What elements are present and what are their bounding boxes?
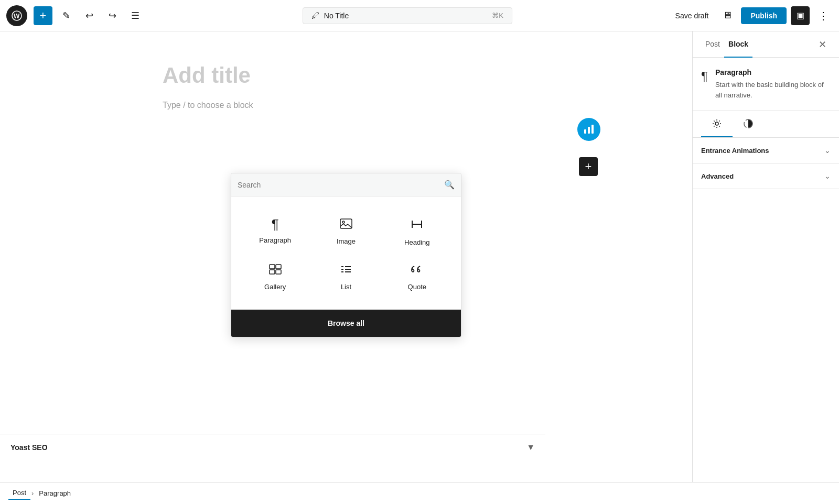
paragraph-icon: ¶	[272, 217, 279, 231]
preview-icon: 🖥	[723, 10, 732, 21]
block-label-paragraph: Paragraph	[259, 236, 291, 244]
keyboard-shortcut: ⌘K	[492, 12, 503, 19]
right-sidebar: Post Block ✕ ¶ Paragraph Start with the …	[692, 31, 839, 482]
yoast-seo-label: Yoast SEO	[10, 443, 48, 452]
block-info-icon: ¶	[701, 69, 708, 84]
block-info-description: Start with the basic building block of a…	[715, 80, 831, 100]
close-sidebar-button[interactable]: ✕	[814, 31, 831, 57]
svg-rect-7	[270, 265, 275, 269]
toolbar-center: 🖊 No Title ⌘K	[149, 7, 666, 24]
breadcrumb-post[interactable]: Post	[8, 487, 30, 500]
undo-button[interactable]: ↩	[80, 6, 99, 25]
quote-icon	[410, 263, 424, 278]
search-icon: 🔍	[444, 180, 455, 190]
block-search-bar: 🔍	[231, 173, 461, 196]
more-options-button[interactable]: ⋮	[814, 6, 833, 25]
editor-title-bar[interactable]: 🖊 No Title ⌘K	[303, 7, 512, 24]
block-item-image[interactable]: Image	[310, 209, 381, 255]
toggle-sidebar-button[interactable]: ▣	[791, 6, 810, 25]
block-grid: ¶ Paragraph Image	[231, 196, 461, 310]
svg-rect-4	[591, 125, 594, 134]
entrance-animations-section: Entrance Animations ⌄	[693, 138, 839, 163]
block-info-name: Paragraph	[715, 68, 831, 76]
block-item-gallery[interactable]: Gallery	[240, 255, 310, 299]
yoast-seo-bar[interactable]: Yoast SEO ▼	[0, 434, 545, 460]
post-title-input[interactable]: Add title	[163, 63, 530, 88]
sidebar-tabs: Post Block ✕	[693, 31, 839, 58]
list-view-icon: ☰	[131, 10, 139, 21]
entrance-animations-title: Entrance Animations	[701, 147, 769, 155]
advanced-section: Advanced ⌄	[693, 163, 839, 189]
image-icon	[339, 217, 353, 232]
sidebar-toggle-icon: ▣	[797, 10, 804, 20]
browse-all-button[interactable]: Browse all	[231, 310, 461, 337]
tab-post[interactable]: Post	[701, 31, 724, 58]
tab-settings-icon[interactable]	[701, 111, 733, 137]
preview-button[interactable]: 🖥	[718, 6, 737, 25]
main-layout: Add title Type / to choose a block + 🔍 ¶…	[0, 31, 839, 482]
tools-button[interactable]: ✎	[57, 6, 76, 25]
block-label-quote: Quote	[408, 283, 426, 291]
svg-rect-2	[584, 129, 586, 134]
tab-block[interactable]: Block	[724, 31, 752, 58]
advanced-chevron: ⌄	[824, 172, 831, 180]
breadcrumb-separator: ›	[31, 489, 34, 497]
toolbar: W + ✎ ↩ ↪ ☰ 🖊 No Title ⌘K Save draft 🖥 P…	[0, 0, 839, 31]
floating-add-button[interactable]: +	[579, 157, 598, 176]
svg-rect-3	[588, 127, 590, 134]
add-block-button[interactable]: +	[34, 6, 52, 25]
block-item-list[interactable]: List	[310, 255, 381, 299]
svg-point-6	[342, 221, 345, 223]
entrance-animations-chevron: ⌄	[824, 146, 831, 155]
block-item-paragraph[interactable]: ¶ Paragraph	[240, 209, 310, 255]
block-inserter-popup: 🔍 ¶ Paragraph Image	[231, 173, 461, 337]
redo-button[interactable]: ↪	[103, 6, 122, 25]
svg-point-17	[715, 122, 718, 125]
advanced-title: Advanced	[701, 172, 734, 180]
svg-rect-5	[340, 219, 352, 228]
list-icon	[339, 263, 353, 278]
redo-icon: ↪	[109, 10, 116, 21]
pencil-icon: ✎	[62, 10, 70, 21]
sidebar-icon-tabs	[693, 111, 839, 138]
close-icon: ✕	[819, 39, 826, 50]
yoast-chevron-icon: ▼	[526, 443, 535, 452]
gallery-icon	[268, 263, 282, 278]
block-item-heading[interactable]: Heading	[382, 209, 453, 255]
ellipsis-icon: ⋮	[818, 9, 829, 22]
footer-breadcrumb: Post › Paragraph	[0, 482, 839, 504]
block-search-input[interactable]	[238, 181, 440, 189]
tab-styles-icon[interactable]	[733, 111, 764, 137]
svg-rect-8	[276, 265, 281, 269]
undo-icon: ↩	[85, 10, 93, 21]
block-info-section: ¶ Paragraph Start with the basic buildin…	[693, 58, 839, 111]
block-item-quote[interactable]: Quote	[382, 255, 453, 299]
editor-area: Add title Type / to choose a block + 🔍 ¶…	[0, 31, 692, 482]
wp-logo: W	[6, 5, 27, 26]
list-view-button[interactable]: ☰	[126, 6, 145, 25]
save-draft-button[interactable]: Save draft	[670, 8, 714, 23]
svg-text:W: W	[14, 13, 20, 20]
sidebar-content: ¶ Paragraph Start with the basic buildin…	[693, 58, 839, 482]
heading-icon	[410, 217, 424, 233]
block-label-image: Image	[337, 237, 356, 245]
block-label-heading: Heading	[404, 238, 429, 246]
publish-button[interactable]: Publish	[741, 7, 787, 24]
jetpack-stats-icon[interactable]	[577, 118, 600, 141]
svg-rect-10	[276, 270, 281, 274]
advanced-header[interactable]: Advanced ⌄	[693, 163, 839, 189]
entrance-animations-header[interactable]: Entrance Animations ⌄	[693, 138, 839, 163]
editor-content: Add title Type / to choose a block	[121, 31, 572, 148]
block-label-list: List	[341, 283, 351, 291]
post-title-display: No Title	[324, 12, 349, 20]
editor-logo-icon: 🖊	[311, 11, 320, 20]
block-label-gallery: Gallery	[264, 283, 286, 291]
toolbar-right: Save draft 🖥 Publish ▣ ⋮	[670, 6, 833, 25]
block-placeholder[interactable]: Type / to choose a block	[163, 101, 530, 110]
svg-rect-9	[270, 270, 275, 274]
breadcrumb-current: Paragraph	[35, 487, 75, 499]
